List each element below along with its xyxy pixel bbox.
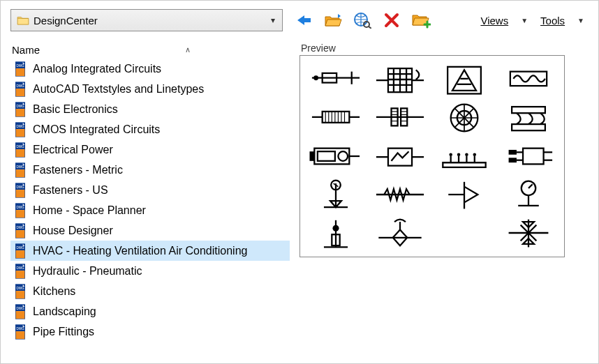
file-row[interactable]: DWG CMOS Integrated Circuits: [10, 119, 290, 139]
folder-icon: [17, 15, 29, 25]
svg-text:DWG: DWG: [16, 246, 24, 250]
file-row[interactable]: DWG Fasteners - Metric: [10, 160, 290, 180]
sort-asc-icon: ∧: [185, 45, 191, 54]
symbol-coil-heater[interactable]: [498, 61, 559, 97]
symbol-damper-manual[interactable]: [306, 61, 366, 97]
symbol-gauge-valve[interactable]: [306, 177, 366, 213]
file-name-label: Pipe Fittings: [33, 326, 94, 338]
dwg-file-icon: DWG: [13, 122, 27, 137]
file-row[interactable]: DWG Basic Electronics: [10, 99, 290, 119]
dwg-file-icon: DWG: [13, 142, 27, 158]
svg-text:DWG: DWG: [16, 125, 24, 128]
file-row[interactable]: DWG Analog Integrated Circuits: [10, 59, 290, 79]
file-name-label: Analog Integrated Circuits: [33, 63, 161, 75]
svg-text:DWG: DWG: [16, 165, 24, 169]
symbol-pressure-gauge[interactable]: [498, 177, 559, 213]
symbol-controller[interactable]: [370, 138, 430, 174]
svg-rect-7: [16, 68, 25, 76]
symbol-heater-coil[interactable]: [370, 61, 430, 97]
file-row[interactable]: DWG Electrical Power: [10, 139, 290, 160]
file-list[interactable]: DWG Analog Integrated Circuits DWG AutoC…: [10, 59, 290, 363]
symbol-empty: [434, 215, 494, 251]
svg-rect-39: [16, 230, 25, 238]
svg-line-2: [369, 26, 371, 29]
file-row[interactable]: DWG Home - Space Planner: [10, 200, 290, 220]
symbol-duct-connector[interactable]: [498, 138, 559, 174]
open-folder-button[interactable]: [323, 10, 343, 30]
symbol-finned-coil[interactable]: [434, 138, 494, 174]
dwg-file-icon: DWG: [13, 162, 27, 178]
svg-text:DWG: DWG: [16, 226, 24, 229]
file-row[interactable]: DWG AutoCAD Textstyles and Linetypes: [10, 79, 290, 99]
svg-text:DWG: DWG: [16, 185, 24, 189]
chevron-down-icon: ▾: [268, 15, 278, 25]
file-name-label: Basic Electronics: [33, 103, 118, 116]
dwg-file-icon: DWG: [13, 243, 27, 259]
symbol-sensor-probe[interactable]: [306, 215, 366, 251]
svg-rect-11: [16, 89, 25, 96]
chevron-down-icon[interactable]: ▼: [573, 17, 589, 24]
svg-text:DWG: DWG: [16, 84, 24, 88]
content-area: Name ∧ DWG Analog Integrated Circuits DW…: [10, 36, 589, 363]
svg-text:DWG: DWG: [16, 327, 24, 331]
dwg-file-icon: DWG: [13, 223, 27, 238]
dwg-file-icon: DWG: [13, 203, 27, 218]
file-name-label: HVAC - Heating Ventilation Air Condition…: [33, 245, 247, 257]
file-name-label: Fasteners - Metric: [33, 164, 123, 176]
dwg-file-icon: DWG: [13, 324, 27, 340]
file-name-label: Hydraulic - Pneumatic: [33, 265, 142, 278]
web-search-button[interactable]: [353, 10, 372, 30]
symbol-transistor[interactable]: [434, 177, 494, 213]
symbol-ahu-unit[interactable]: [306, 138, 366, 174]
dwg-file-icon: DWG: [13, 284, 27, 299]
new-folder-button[interactable]: [411, 10, 431, 30]
file-row[interactable]: DWG Fasteners - US: [10, 180, 290, 200]
symbol-fan-radial[interactable]: [434, 100, 494, 135]
svg-text:DWG: DWG: [16, 307, 24, 310]
symbol-triangle-block[interactable]: [434, 61, 494, 97]
file-name-label: Home - Space Planner: [33, 204, 146, 217]
file-row[interactable]: DWG House Designer: [10, 220, 290, 241]
menu-tools[interactable]: Tools: [536, 12, 569, 29]
svg-rect-19: [16, 129, 25, 137]
file-name-label: Electrical Power: [33, 144, 113, 156]
file-row[interactable]: DWG HVAC - Heating Ventilation Air Condi…: [10, 241, 290, 261]
svg-rect-15: [16, 109, 25, 116]
file-name-label: CMOS Integrated Circuits: [33, 123, 160, 136]
file-name-label: AutoCAD Textstyles and Linetypes: [33, 83, 204, 96]
svg-text:DWG: DWG: [16, 145, 24, 149]
svg-rect-51: [16, 291, 25, 298]
file-row[interactable]: DWG Hydraulic - Pneumatic: [10, 261, 290, 281]
location-dropdown[interactable]: DesignCenter ▾: [10, 9, 283, 31]
symbol-resistor-spring[interactable]: [370, 177, 430, 213]
file-name-label: Kitchens: [33, 285, 75, 298]
file-row[interactable]: DWG Pipe Fittings: [10, 321, 290, 342]
dwg-file-icon: DWG: [13, 82, 27, 97]
svg-rect-27: [16, 169, 25, 177]
chevron-down-icon[interactable]: ▼: [517, 17, 532, 24]
svg-text:DWG: DWG: [16, 287, 24, 290]
dwg-file-icon: DWG: [13, 264, 27, 279]
symbol-valve-manual[interactable]: [370, 215, 430, 251]
symbol-pipe-section[interactable]: [370, 100, 430, 135]
svg-rect-23: [16, 149, 25, 157]
svg-text:DWG: DWG: [16, 206, 24, 209]
column-header-label: Name: [12, 44, 40, 56]
back-button[interactable]: [294, 10, 313, 30]
svg-rect-31: [16, 190, 25, 197]
menu-bar: Views ▼ Tools ▼: [476, 12, 589, 29]
symbol-control-valve[interactable]: [498, 215, 559, 251]
file-row[interactable]: DWG Kitchens: [10, 281, 290, 301]
menu-views[interactable]: Views: [476, 12, 512, 29]
preview-pane: Preview: [300, 43, 589, 363]
symbol-s-trap[interactable]: [498, 100, 559, 135]
column-header-name[interactable]: Name ∧: [10, 43, 290, 59]
location-text: DesignCenter: [34, 15, 264, 26]
designcenter-window: DesignCenter ▾: [0, 0, 599, 364]
file-row[interactable]: DWG Landscaping: [10, 301, 290, 321]
dwg-file-icon: DWG: [13, 304, 27, 319]
toolbar: DesignCenter ▾: [10, 5, 589, 36]
svg-text:DWG: DWG: [16, 266, 24, 270]
symbol-silencer[interactable]: [306, 100, 366, 135]
delete-button[interactable]: [382, 10, 401, 30]
